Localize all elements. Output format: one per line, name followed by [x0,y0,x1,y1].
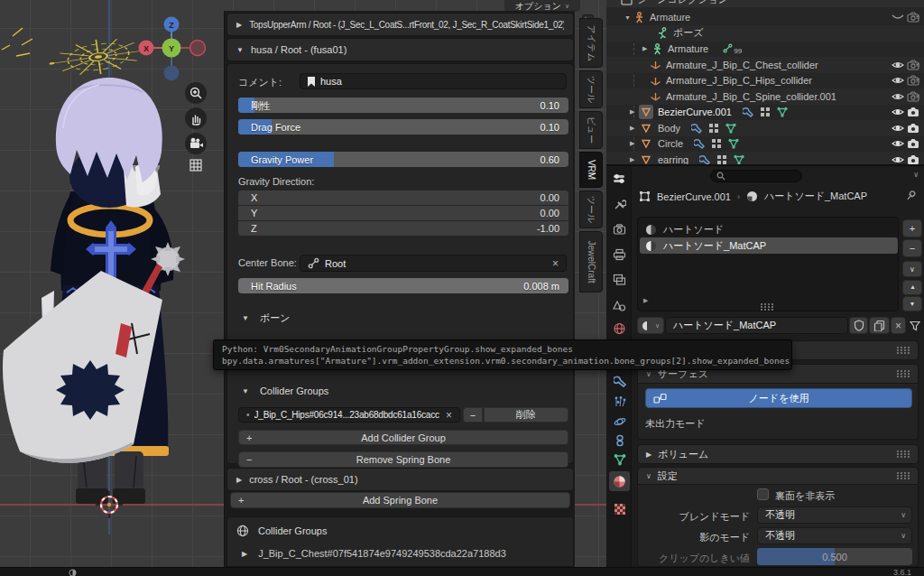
outliner-row-armature-object[interactable]: ▼ Armature [606,9,924,25]
expand-icon[interactable]: ▶ [642,45,651,52]
properties-search[interactable] [710,170,802,182]
fake-user-button[interactable] [849,317,868,334]
expand-icon[interactable]: ▶ [630,140,639,147]
expand-icon[interactable]: ▶ [630,108,639,116]
camera-icon[interactable] [907,107,920,117]
outliner-row-beziercurve[interactable]: ▶ BezierCurve.001 [606,104,924,120]
tab-scene[interactable] [609,296,630,316]
outliner-row-earring[interactable]: ▶ earring [606,152,924,167]
volume-panel-header[interactable]: ▶ ボリューム [637,444,919,464]
hit-radius-slider[interactable]: Hit Radius 0.008 m [238,278,568,293]
comment-field[interactable]: husa [300,73,567,89]
collider-group-item[interactable]: • J_Bip_C_Hips#06c914...23ab68dbdc61a16c… [238,407,460,423]
tab-world[interactable] [609,319,630,339]
breadcrumb-object[interactable]: BezierCurve.001 [657,191,731,202]
navigation-gizmo[interactable]: Z X Y [137,11,209,87]
pin-button[interactable] [905,190,917,201]
collider-chest-item[interactable]: ▶ J_Bip_C_Chest#07f541874e9749249538cda2… [242,548,506,559]
slot-specials-button[interactable]: ∨ [902,261,922,277]
remove-item-icon[interactable]: × [446,409,452,422]
panel-grip[interactable] [897,370,910,377]
expand-icon[interactable]: ▶ [630,125,639,132]
settings-panel-header[interactable]: ∨ 設定 [637,467,919,485]
panel-grip[interactable] [897,472,910,479]
add-slot-button[interactable]: + [902,219,922,237]
outliner-row-pose[interactable]: ポーズ [606,25,924,42]
camera-disabled-icon[interactable] [907,91,920,102]
gravity-z-field[interactable]: Z -1.00 [238,221,568,236]
drag-force-slider[interactable]: Drag Force 0.10 [238,119,568,135]
delete-button[interactable]: 削除 [484,407,568,423]
remove-collider-minus-button[interactable]: − [463,407,483,423]
add-collider-group-button[interactable]: + Add Collider Group [238,430,568,445]
remove-spring-bone-button[interactable]: − Remove Spring Bone [238,451,568,468]
camera-icon[interactable] [907,138,920,149]
outliner-row-spine-collider[interactable]: Armature_J_Bip_C_Spine_collider.001 [606,88,924,105]
outliner-row-scene-collection[interactable]: シーンコレクション [606,0,924,7]
clear-icon[interactable]: × [552,257,559,270]
node-filter-button[interactable] [908,317,922,334]
tab-render[interactable] [609,219,630,239]
tab-view[interactable]: ビュー [579,111,603,149]
slot-move-down-button[interactable]: ▼ [902,296,922,311]
spring-bone-group-topsupperarm[interactable]: ▶ TopsUpperArm / Root - (J_Sec_L_CoatS..… [226,13,574,36]
tab-output[interactable] [609,245,630,265]
tab-tool[interactable]: ツール [579,70,603,108]
blend-mode-dropdown[interactable]: 不透明 ∨ [757,506,912,524]
collider-groups-panel-header[interactable]: Collider Groups [236,525,327,537]
grid-toggle-button[interactable] [185,154,207,176]
panel-grip[interactable] [897,451,910,458]
panel-grip[interactable] [897,347,910,354]
tab-view-layer[interactable] [609,270,630,290]
tab-object-data[interactable] [609,450,630,469]
material-browse-button[interactable]: ∨ [637,317,664,334]
tab-physics[interactable] [609,412,630,432]
list-expand-icon[interactable]: ▶ [643,297,648,304]
camera-view-button[interactable] [185,133,207,154]
spring-bone-group-husa[interactable]: ▼ husa / Root - (fusa01) [226,38,574,61]
eye-icon[interactable] [892,76,904,85]
eye-icon[interactable] [892,139,904,148]
hide-viewport-icon[interactable] [892,13,904,22]
material-name-field[interactable]: ハートソード_MatCAP [665,317,848,334]
camera-disabled-icon[interactable] [907,60,920,70]
eye-icon[interactable] [892,107,904,116]
properties-menu-button[interactable]: ∨ [913,171,919,179]
gravity-y-field[interactable]: Y 0.00 [238,206,568,220]
tab-modifiers[interactable] [609,371,630,391]
eye-icon[interactable] [892,155,904,164]
outliner-row-armature-data[interactable]: ▶ Armature 99 [606,41,924,57]
outliner-row-hips-collider[interactable]: Armature_J_Bip_C_Hips_collider [606,72,924,88]
tab-vrm[interactable]: VRM [579,152,603,188]
zoom-button[interactable] [185,82,207,104]
gravity-power-slider[interactable]: Gravity Power 0.60 [238,152,568,167]
expand-icon[interactable]: ▶ [630,156,639,163]
center-bone-field[interactable]: Root × [300,255,567,272]
outliner-row-circle[interactable]: ▶ Circle [606,135,924,152]
remove-slot-button[interactable]: − [902,239,922,257]
clip-threshold-slider[interactable]: 0.500 [757,548,912,565]
spring-bone-group-cross[interactable]: ▶ cross / Root - (cross_01) [226,468,574,491]
collapse-icon[interactable]: ▼ [624,14,633,21]
breadcrumb-material[interactable]: ハートソード_MatCAP [764,190,867,203]
stiffness-slider[interactable]: 剛性 0.10 [238,98,568,113]
shadow-mode-dropdown[interactable]: 不透明 ∨ [757,527,912,544]
tab-constraints[interactable] [609,431,630,451]
camera-disabled-icon[interactable] [907,75,920,86]
camera-icon[interactable] [907,123,920,134]
bones-subpanel-header[interactable]: ▼ ボーン [242,311,290,325]
tab-tool-2[interactable]: ツール [579,190,603,228]
tab-texture[interactable] [609,499,630,519]
collider-groups-subpanel-header[interactable]: ▼ Collider Groups [242,386,328,396]
material-slot-0[interactable]: ハートソード [640,221,898,237]
add-spring-bone-button[interactable]: + Add Spring Bone [230,492,570,508]
eye-icon[interactable] [892,92,904,101]
camera-icon[interactable] [907,154,920,165]
pan-button[interactable] [185,107,207,129]
unlink-material-button[interactable]: × [891,317,906,334]
use-nodes-button[interactable]: ノードを使用 [645,388,912,408]
slot-move-up-button[interactable]: ▼ [902,280,922,295]
backface-checkbox[interactable] [757,488,769,500]
tab-tool-properties[interactable] [609,194,630,214]
tab-particles[interactable] [609,392,630,412]
